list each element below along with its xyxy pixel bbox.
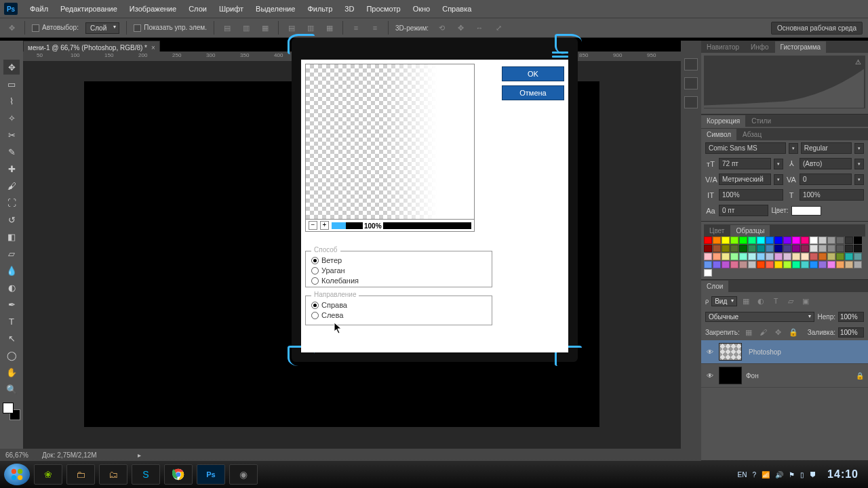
visibility-icon[interactable]: 👁 <box>705 348 715 356</box>
menu-window[interactable]: Окно <box>408 5 436 13</box>
swatch[interactable] <box>766 261 774 268</box>
swatch[interactable] <box>818 253 827 260</box>
dropdown-icon[interactable]: ▾ <box>789 143 798 154</box>
swatch[interactable] <box>766 237 774 244</box>
tab-histogram[interactable]: Гистограмма <box>775 41 827 53</box>
close-tab-icon[interactable]: × <box>151 44 155 52</box>
dropdown-icon[interactable]: ▾ <box>854 174 864 185</box>
swatch[interactable] <box>722 237 730 244</box>
direction-right-radio[interactable]: Справа <box>311 300 486 310</box>
swatch[interactable] <box>730 237 738 244</box>
swatch[interactable] <box>748 253 756 260</box>
align-center-h-icon[interactable]: ▥ <box>240 22 252 34</box>
swatch[interactable] <box>845 261 853 268</box>
swatch[interactable] <box>774 261 783 268</box>
swatch[interactable] <box>722 245 730 252</box>
3d-scale-icon[interactable]: ⤢ <box>492 22 505 34</box>
swatch[interactable] <box>739 237 747 244</box>
swatch[interactable] <box>739 261 747 268</box>
swatch[interactable] <box>854 237 862 244</box>
swatch[interactable] <box>713 237 721 244</box>
tab-paragraph[interactable]: Абзац <box>737 129 767 140</box>
menu-help[interactable]: Справка <box>437 5 477 13</box>
swatch[interactable] <box>836 261 844 268</box>
menu-file[interactable]: Файл <box>24 5 54 13</box>
gradient-tool-icon[interactable]: ▱ <box>3 246 20 261</box>
tray-flag-icon[interactable]: ⚑ <box>789 471 795 479</box>
warning-icon[interactable]: ⚠ <box>855 58 861 66</box>
taskbar-chrome-icon[interactable] <box>164 464 193 485</box>
tray-shield-icon[interactable]: ⛊ <box>810 471 816 479</box>
opacity-input[interactable] <box>838 312 864 322</box>
swatch[interactable] <box>730 261 738 268</box>
swatch[interactable] <box>801 261 809 268</box>
direction-left-radio[interactable]: Слева <box>311 310 486 321</box>
baseline-input[interactable]: 0 пт <box>719 205 768 216</box>
taskbar-skype-icon[interactable]: S <box>132 464 160 485</box>
3d-slide-icon[interactable]: ↔ <box>473 22 486 34</box>
autoselect-checkbox[interactable]: Автовыбор: <box>32 24 79 32</box>
shape-tool-icon[interactable]: ◯ <box>3 348 20 363</box>
distribute-icon[interactable]: ≡ <box>369 22 381 34</box>
collapsed-panel-icon[interactable] <box>684 77 698 89</box>
tray-network-icon[interactable]: 📶 <box>762 471 770 479</box>
swatch[interactable] <box>783 237 791 244</box>
swatch[interactable] <box>757 253 765 260</box>
taskbar-app-icon[interactable]: ❀ <box>34 464 62 485</box>
dropdown-icon[interactable]: ▾ <box>854 143 864 154</box>
swatch[interactable] <box>766 253 774 260</box>
swatch[interactable] <box>783 245 791 252</box>
align-bottom-icon[interactable]: ▦ <box>323 22 336 34</box>
swatch[interactable] <box>827 237 835 244</box>
menu-filter[interactable]: Фильтр <box>302 5 338 13</box>
hand-tool-icon[interactable]: ✋ <box>3 365 20 380</box>
history-brush-icon[interactable]: ↺ <box>3 212 20 227</box>
align-middle-icon[interactable]: ▥ <box>304 22 317 34</box>
swatch[interactable] <box>774 237 783 244</box>
menu-type[interactable]: Шрифт <box>214 5 249 13</box>
swatch[interactable] <box>757 245 765 252</box>
lasso-tool-icon[interactable]: ⌇ <box>3 94 20 108</box>
kerning-input[interactable]: 0 <box>800 174 852 185</box>
blend-mode-select[interactable]: Обычные <box>705 312 814 322</box>
zoom-slider[interactable]: 100% <box>332 222 471 229</box>
align-right-icon[interactable]: ▦ <box>259 22 271 34</box>
stamp-tool-icon[interactable]: ⛶ <box>3 195 20 210</box>
filter-preview[interactable]: − + 100% <box>305 64 475 232</box>
tab-character[interactable]: Символ <box>701 129 736 140</box>
swatch[interactable] <box>810 253 818 260</box>
collapsed-panel-icon[interactable] <box>684 96 698 108</box>
swatch[interactable] <box>748 237 756 244</box>
hscale-input[interactable]: 100% <box>800 189 864 201</box>
fill-input[interactable] <box>838 327 864 338</box>
swatch[interactable] <box>845 253 853 260</box>
font-family-select[interactable]: Comic Sans MS <box>705 142 786 154</box>
menu-3d[interactable]: 3D <box>339 5 359 13</box>
swatch[interactable] <box>757 261 765 268</box>
filter-pixel-icon[interactable]: ▦ <box>740 295 752 307</box>
swatch[interactable] <box>818 261 827 268</box>
swatch[interactable] <box>801 245 809 252</box>
swatch[interactable] <box>713 245 721 252</box>
lock-all-icon[interactable]: 🔒 <box>787 326 800 338</box>
swatch[interactable] <box>845 245 853 252</box>
text-color-swatch[interactable] <box>791 206 821 216</box>
swatch[interactable] <box>810 237 818 244</box>
layer-thumbnail[interactable] <box>719 343 742 361</box>
tray-battery-icon[interactable]: ▯ <box>800 471 804 479</box>
swatch[interactable] <box>713 261 721 268</box>
tab-adjustments[interactable]: Коррекция <box>701 115 745 127</box>
filter-smart-icon[interactable]: ▣ <box>800 295 812 307</box>
tab-swatches[interactable]: Образцы <box>730 225 770 237</box>
swatch[interactable] <box>748 245 756 252</box>
wand-tool-icon[interactable]: ✧ <box>3 110 20 125</box>
method-stagger-radio[interactable]: Колебания <box>311 276 486 286</box>
pen-tool-icon[interactable]: ✒ <box>3 297 20 312</box>
menu-edit[interactable]: Редактирование <box>55 5 123 13</box>
layer-row[interactable]: 👁Photoshop <box>701 340 868 364</box>
method-wind-radio[interactable]: Ветер <box>311 256 486 266</box>
align-top-icon[interactable]: ▤ <box>285 22 298 34</box>
tracking-input[interactable]: Метрический <box>719 174 771 185</box>
ok-button[interactable]: OK <box>502 66 564 81</box>
tab-info[interactable]: Инфо <box>745 41 774 53</box>
